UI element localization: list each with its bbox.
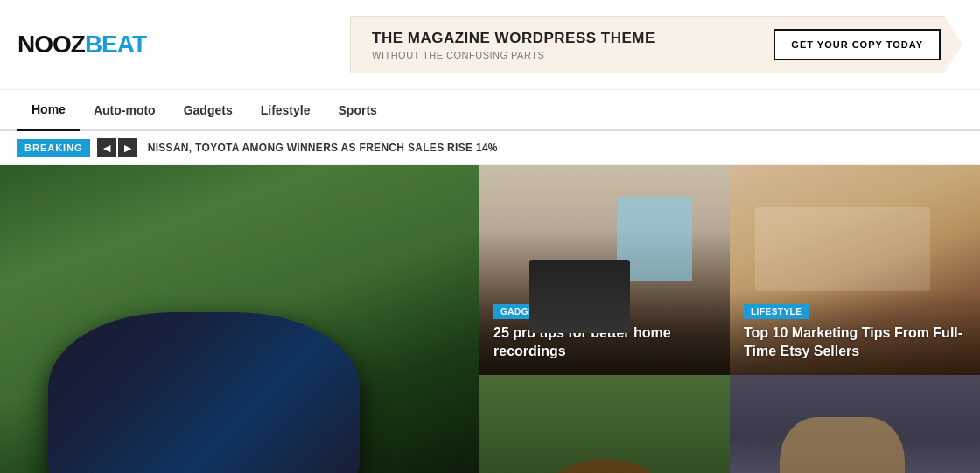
breaking-badge: BREAKING <box>18 139 90 157</box>
logo[interactable]: NOOZBEAT <box>18 31 146 59</box>
card-title-desk: 25 pro tips for better home recordings <box>494 324 716 361</box>
ad-banner[interactable]: THE MAGAZINE WORDPRESS THEME WITHOUT THE… <box>350 16 962 73</box>
ad-title: THE MAGAZINE WORDPRESS THEME <box>372 30 655 47</box>
card-art[interactable]: LIFESTYLE Top 10 Marketing Tips From Ful… <box>730 165 980 375</box>
nav-item-home[interactable]: Home <box>18 90 80 131</box>
breaking-next-button[interactable]: ▶ <box>118 138 137 157</box>
card-football[interactable] <box>480 375 730 473</box>
nav-item-sports[interactable]: Sports <box>325 91 391 129</box>
breaking-news-bar: BREAKING ◀ ▶ NISSAN, TOYOTA AMONG WINNER… <box>0 131 980 165</box>
nav-item-auto-moto[interactable]: Auto-moto <box>80 91 170 129</box>
ad-subtitle: WITHOUT THE CONFUSING PARTS <box>372 50 655 60</box>
card-main-car[interactable] <box>0 165 480 473</box>
breaking-nav-controls: ◀ ▶ <box>97 138 137 157</box>
logo-black: NOOZ <box>18 31 85 58</box>
breaking-prev-button[interactable]: ◀ <box>97 138 116 157</box>
card-category-desk: GADGETS <box>494 304 554 319</box>
card-desk[interactable]: GADGETS 25 pro tips for better home reco… <box>480 165 730 375</box>
nav-item-gadgets[interactable]: Gadgets <box>170 91 247 129</box>
navigation: Home Auto-moto Gadgets Lifestyle Sports <box>0 90 980 131</box>
nav-item-lifestyle[interactable]: Lifestyle <box>247 91 325 129</box>
ad-cta-button[interactable]: GET YOUR COPY TODAY <box>774 29 941 60</box>
card-title-art: Top 10 Marketing Tips From Full-Time Ets… <box>744 324 966 361</box>
logo-blue: BEAT <box>85 31 146 58</box>
breaking-text: NISSAN, TOYOTA AMONG WINNERS AS FRENCH S… <box>148 142 498 154</box>
card-overlay-art: LIFESTYLE Top 10 Marketing Tips From Ful… <box>730 289 980 375</box>
card-category-art: LIFESTYLE <box>744 304 808 319</box>
card-overlay-desk: GADGETS 25 pro tips for better home reco… <box>480 289 730 375</box>
header: NOOZBEAT THE MAGAZINE WORDPRESS THEME WI… <box>0 0 980 90</box>
content-grid: GADGETS 25 pro tips for better home reco… <box>0 165 980 473</box>
card-building[interactable] <box>730 375 980 473</box>
ad-text: THE MAGAZINE WORDPRESS THEME WITHOUT THE… <box>372 30 655 60</box>
